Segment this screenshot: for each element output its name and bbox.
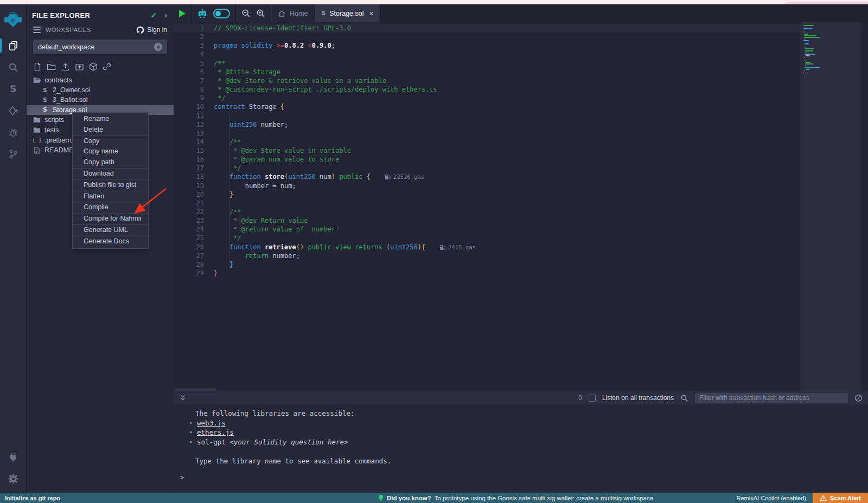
code-line[interactable]: 17 */	[174, 164, 800, 172]
menu-item-delete[interactable]: Delete	[73, 125, 148, 136]
tab-storage-sol[interactable]: S Storage.sol ×	[315, 4, 380, 22]
code-line[interactable]: 15 * @dev Store value in variable	[174, 146, 800, 155]
code-line[interactable]: 4	[174, 50, 800, 59]
minimap-line	[805, 70, 805, 72]
workspaces-menu-icon[interactable]	[33, 27, 41, 33]
menu-item-compile-nahmii[interactable]: Compile for Nahmii	[73, 214, 148, 224]
code-line[interactable]: 10contract Storage {	[174, 102, 800, 111]
scam-alert-button[interactable]: Scam Alert	[813, 493, 868, 503]
new-folder-icon[interactable]	[47, 62, 56, 71]
tree-item-contracts[interactable]: contracts	[27, 75, 174, 85]
code-text: contract Storage {	[214, 103, 284, 111]
code-line[interactable]: 25 */	[174, 234, 800, 242]
sidebar-item-search[interactable]	[0, 56, 26, 78]
menu-item-rename[interactable]: Rename	[73, 114, 148, 125]
code-lines: 1// SPDX-License-Identifier: GPL-3.023pr…	[174, 24, 800, 278]
run-script-button play-icon[interactable]	[179, 10, 186, 17]
code-line[interactable]: 1// SPDX-License-Identifier: GPL-3.0	[174, 24, 800, 33]
code-line[interactable]: 27 return number;	[174, 252, 800, 260]
minimap[interactable]	[800, 22, 861, 391]
sidebar-item-plugin-manager[interactable]	[0, 446, 26, 468]
sidebar-item-solidity-compiler[interactable]: S	[0, 78, 26, 100]
tree-item-3-ballot-sol[interactable]: S 3_Ballot.sol	[27, 95, 174, 105]
upload-file-icon[interactable]	[61, 62, 70, 71]
code-line[interactable]: 11	[174, 111, 800, 120]
workspace-selected-value: default_workspace	[38, 43, 154, 51]
terminal-output[interactable]: The following libraries are accessible:•…	[174, 404, 868, 493]
copilot-status[interactable]: RemixAI Copilot (enabled)	[737, 495, 806, 501]
terminal-link[interactable]: ethers.js	[197, 428, 234, 436]
upload-folder-icon[interactable]	[75, 62, 84, 71]
code-line[interactable]: 23 * @dev Return value	[174, 216, 800, 225]
code-line[interactable]: 28 }	[174, 260, 800, 269]
line-number: 28	[174, 261, 214, 268]
explorer-header: FILE EXPLORER ✓ ›	[27, 4, 174, 22]
menu-item-compile[interactable]: Compile	[73, 202, 148, 213]
code-line[interactable]: 9 */	[174, 94, 800, 102]
code-line[interactable]: 24 * @return value of 'number'	[174, 225, 800, 234]
code-line[interactable]: 2	[174, 33, 800, 41]
sidebar-item-deploy-run[interactable]	[0, 100, 26, 121]
horizontal-scrollbar[interactable]	[175, 388, 216, 391]
ban-icon[interactable]	[854, 394, 863, 402]
new-file-icon[interactable]	[33, 62, 42, 71]
sidebar-item-settings[interactable]	[0, 468, 26, 489]
menu-item-copy[interactable]: Copy	[73, 136, 148, 147]
tab-home[interactable]: Home	[271, 4, 315, 22]
link-icon[interactable]	[103, 62, 111, 71]
chevron-right-icon[interactable]: ›	[164, 11, 167, 20]
terminal-output-line: The following libraries are accessible:	[174, 409, 868, 418]
code-line[interactable]: 7 * @dev Store & retrieve value in a var…	[174, 76, 800, 85]
code-line[interactable]: 13	[174, 129, 800, 138]
file-actions-toolbar	[27, 59, 174, 75]
home-icon	[278, 10, 286, 17]
sidebar-item-git[interactable]	[0, 143, 26, 165]
code-line[interactable]: 20 }	[174, 190, 800, 199]
code-line[interactable]: 21	[174, 199, 800, 208]
menu-item-copy-name[interactable]: Copy name	[73, 146, 148, 157]
menu-item-generate-uml[interactable]: Generate UML	[73, 225, 148, 236]
menu-item-publish-gist[interactable]: Publish file to gist	[73, 180, 148, 191]
transaction-filter-input[interactable]	[695, 393, 848, 403]
menu-item-flatten[interactable]: Flatten	[73, 191, 148, 202]
code-line[interactable]: 5/**	[174, 59, 800, 68]
code-line[interactable]: 22 /**	[174, 208, 800, 216]
remix-logo-icon[interactable]	[0, 4, 26, 35]
expand-terminal-icon chevrons-down-icon[interactable]	[179, 394, 187, 402]
menu-item-download[interactable]: Download	[73, 169, 148, 179]
code-text: number = num;	[214, 182, 296, 190]
workspace-select[interactable]: default_workspace	[33, 40, 167, 54]
code-line[interactable]: 14 /**	[174, 138, 800, 146]
terminal-prompt[interactable]: >	[174, 473, 868, 481]
minimap-line	[805, 67, 820, 68]
cube-icon[interactable]	[89, 62, 98, 71]
zoom-out-icon[interactable]	[241, 9, 251, 18]
copilot-toggle[interactable]	[213, 9, 230, 18]
check-icon[interactable]: ✓	[151, 11, 157, 20]
sidebar-item-file-explorer[interactable]	[0, 35, 26, 56]
close-icon[interactable]: ×	[369, 10, 374, 17]
code-editor[interactable]: 1// SPDX-License-Identifier: GPL-3.023pr…	[174, 22, 868, 391]
code-line[interactable]: 8 * @custom:dev-run-script ./scripts/dep…	[174, 85, 800, 94]
code-text: /**	[214, 138, 241, 146]
terminal-link[interactable]: web3.js	[197, 419, 226, 427]
search-icon[interactable]	[680, 394, 688, 402]
code-line[interactable]: 3pragma solidity >=0.8.2 <0.9.0;	[174, 41, 800, 50]
code-line[interactable]: 19 number = num;	[174, 182, 800, 190]
code-line[interactable]: 6 * @title Storage	[174, 68, 800, 76]
code-text: */	[214, 94, 226, 102]
zoom-in-icon[interactable]	[256, 9, 265, 18]
menu-item-generate-docs[interactable]: Generate Docs	[73, 236, 148, 247]
tree-item-2-owner-sol[interactable]: S 2_Owner.sol	[27, 85, 174, 95]
listen-all-transactions-checkbox[interactable]	[589, 395, 596, 402]
ai-robot-icon[interactable]	[197, 9, 208, 18]
code-line[interactable]: 12 uint256 number;	[174, 120, 800, 129]
sidebar-item-debugger[interactable]	[0, 121, 26, 143]
code-line[interactable]: 29}	[174, 269, 800, 278]
sign-in-button[interactable]: Sign in	[136, 26, 167, 34]
init-git-repo-button[interactable]: Initialize as git repo	[0, 495, 60, 501]
menu-item-copy-path[interactable]: Copy path	[73, 157, 148, 168]
code-line[interactable]: 26 function retrieve() public view retur…	[174, 243, 800, 252]
code-line[interactable]: 18 function store(uint256 num) public {2…	[174, 172, 800, 181]
code-line[interactable]: 16 * @param num value to store	[174, 155, 800, 164]
